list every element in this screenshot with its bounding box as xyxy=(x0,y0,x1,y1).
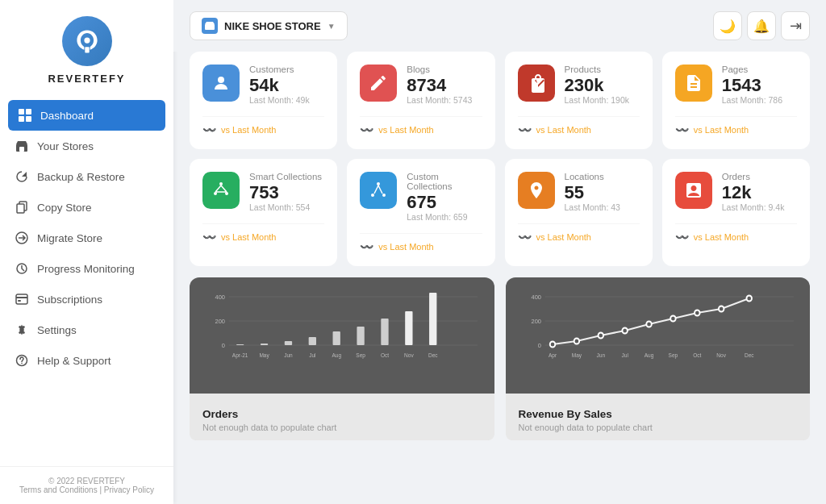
svg-rect-33 xyxy=(261,344,268,345)
store-name: NIKE SHOE STORE xyxy=(224,20,321,32)
orders-chart-area: 400 200 0 Apr-21 xyxy=(202,289,482,385)
svg-text:Apr-21: Apr-21 xyxy=(232,352,248,359)
copy-icon xyxy=(15,200,29,215)
charts-grid: 400 200 0 Apr-21 xyxy=(190,277,810,440)
logo-text: REVERTEFY xyxy=(48,73,125,85)
stats-grid: Customers 54k Last Month: 49k 〰️ vs Last… xyxy=(190,52,810,266)
header: NIKE SHOE STORE ▼ 🌙 🔔 ⇥ xyxy=(173,0,826,52)
svg-rect-2 xyxy=(19,109,24,115)
svg-point-17 xyxy=(21,363,23,364)
customers-last-month: Last Month: 49k xyxy=(249,95,324,105)
svg-text:400: 400 xyxy=(215,294,225,301)
svg-rect-18 xyxy=(205,24,215,30)
svg-text:Aug: Aug xyxy=(644,352,653,359)
dark-mode-button[interactable]: 🌙 xyxy=(713,11,742,40)
orders-icon xyxy=(675,172,712,209)
sidebar-nav: Dashboard Your Stores Backup & Restore xyxy=(0,96,173,466)
sidebar-item-migrate-store[interactable]: Migrate Store xyxy=(0,223,173,253)
sidebar-item-your-stores[interactable]: Your Stores xyxy=(0,131,173,161)
svg-rect-3 xyxy=(26,109,31,115)
wave-icon: 〰️ xyxy=(360,240,373,253)
sidebar: REVERTEFY Dashboard xyxy=(0,0,173,504)
custom-collections-value: 675 xyxy=(407,193,482,212)
svg-rect-5 xyxy=(26,116,31,122)
sidebar-logo: REVERTEFY xyxy=(0,0,173,96)
stat-card-smart-collections: Smart Collections 753 Last Month: 554 〰️… xyxy=(190,159,337,266)
stat-card-orders: Orders 12k Last Month: 9.4k 〰️ vs Last M… xyxy=(662,159,810,266)
svg-text:400: 400 xyxy=(531,294,540,301)
orders-bar-chart: 400 200 0 Apr-21 xyxy=(202,289,482,385)
header-actions: 🌙 🔔 ⇥ xyxy=(713,11,810,40)
svg-rect-32 xyxy=(236,344,244,345)
store-selector[interactable]: NIKE SHOE STORE ▼ xyxy=(190,11,348,40)
products-last-month: Last Month: 190k xyxy=(565,95,640,105)
backup-icon xyxy=(15,169,29,184)
orders-vs-label: vs Last Month xyxy=(694,232,749,242)
svg-point-23 xyxy=(377,182,380,185)
svg-text:Oct: Oct xyxy=(381,352,389,358)
svg-text:Sep: Sep xyxy=(668,352,678,359)
sidebar-item-label: Copy Store xyxy=(37,202,92,214)
sidebar-item-label: Help & Support xyxy=(37,355,111,367)
footer-links: Terms and Conditions | Privacy Policy xyxy=(15,485,159,494)
orders-last-month: Last Month: 9.4k xyxy=(722,202,797,212)
store-selector-icon xyxy=(202,18,218,34)
stat-card-customers: Customers 54k Last Month: 49k 〰️ vs Last… xyxy=(190,52,337,149)
notifications-button[interactable]: 🔔 xyxy=(747,11,776,40)
stat-card-pages: Pages 1543 Last Month: 786 〰️ vs Last Mo… xyxy=(662,52,810,149)
svg-point-57 xyxy=(574,339,579,344)
svg-point-25 xyxy=(382,194,386,197)
settings-icon xyxy=(15,323,29,337)
svg-rect-36 xyxy=(333,331,340,345)
svg-text:0: 0 xyxy=(537,342,540,349)
logout-button[interactable]: ⇥ xyxy=(781,11,810,40)
sidebar-item-label: Migrate Store xyxy=(37,232,102,244)
sidebar-item-subscriptions[interactable]: Subscriptions xyxy=(0,284,173,314)
sidebar-item-label: Backup & Restore xyxy=(37,171,125,183)
main-content: NIKE SHOE STORE ▼ 🌙 🔔 ⇥ xyxy=(173,0,826,504)
stat-card-custom-collections: Custom Collections 675 Last Month: 659 〰… xyxy=(347,159,494,266)
dashboard-icon xyxy=(18,108,32,123)
svg-rect-37 xyxy=(357,327,364,345)
svg-point-59 xyxy=(622,328,628,334)
locations-vs-label: vs Last Month xyxy=(536,232,591,242)
sidebar-item-backup-restore[interactable]: Backup & Restore xyxy=(0,161,173,192)
orders-chart-subtitle: Not enough data to populate chart xyxy=(202,423,482,432)
sidebar-item-label: Progress Monitoring xyxy=(37,263,135,275)
svg-rect-9 xyxy=(17,204,24,213)
svg-point-24 xyxy=(371,194,374,197)
sidebar-item-label: Dashboard xyxy=(40,110,94,122)
wave-icon: 〰️ xyxy=(202,231,216,244)
sidebar-item-help-support[interactable]: Help & Support xyxy=(0,345,173,376)
sidebar-item-settings[interactable]: Settings xyxy=(0,314,173,345)
svg-point-56 xyxy=(549,342,555,348)
custom-collections-vs-label: vs Last Month xyxy=(378,242,433,252)
pages-label: Pages xyxy=(722,65,797,74)
svg-rect-7 xyxy=(19,147,24,152)
smart-collections-vs-label: vs Last Month xyxy=(221,232,276,242)
store-icon xyxy=(15,139,29,153)
migrate-icon xyxy=(15,231,29,245)
customers-value: 54k xyxy=(249,76,324,95)
orders-chart-card: 400 200 0 Apr-21 xyxy=(190,277,494,440)
locations-icon xyxy=(518,172,555,209)
blogs-icon xyxy=(360,65,397,102)
pages-vs-label: vs Last Month xyxy=(694,125,749,135)
sidebar-item-dashboard[interactable]: Dashboard xyxy=(8,100,165,131)
stat-card-blogs: Blogs 8734 Last Month: 5743 〰️ vs Last M… xyxy=(347,52,494,149)
svg-rect-34 xyxy=(285,341,292,345)
svg-rect-35 xyxy=(309,337,316,345)
svg-rect-1 xyxy=(85,47,89,52)
sidebar-item-progress-monitoring[interactable]: Progress Monitoring xyxy=(0,253,173,284)
customers-icon xyxy=(202,65,240,102)
products-label: Products xyxy=(565,65,640,74)
sidebar-item-label: Your Stores xyxy=(37,140,94,152)
sidebar-item-copy-store[interactable]: Copy Store xyxy=(0,192,173,223)
wave-icon: 〰️ xyxy=(518,123,532,136)
wave-icon: 〰️ xyxy=(202,123,216,136)
locations-label: Locations xyxy=(565,172,640,181)
svg-text:Oct: Oct xyxy=(693,352,701,358)
svg-text:Dec: Dec xyxy=(744,352,753,358)
help-icon xyxy=(15,353,29,368)
svg-rect-12 xyxy=(16,294,27,304)
